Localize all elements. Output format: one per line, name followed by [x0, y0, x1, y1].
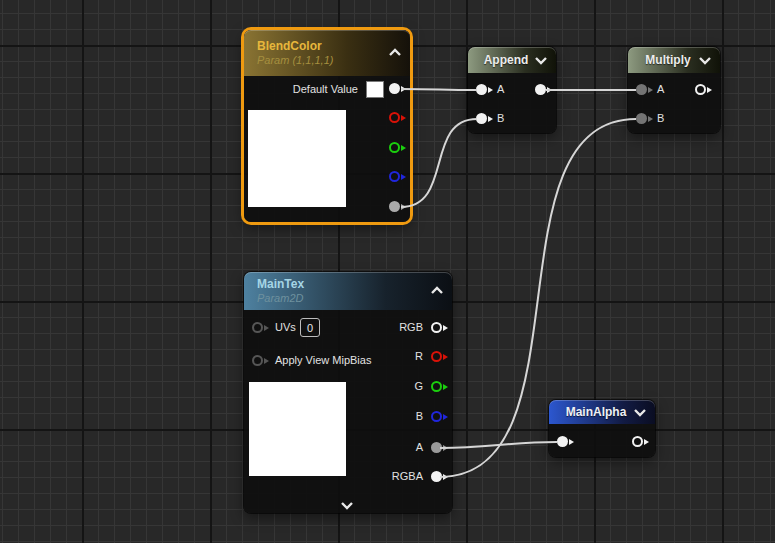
pin-input-b[interactable] [636, 113, 653, 124]
pin-output[interactable] [632, 436, 649, 447]
node-maintex[interactable]: MainTex Param2D UVs 0 Apply View MipBias… [244, 272, 452, 513]
pin-label-a: A [416, 441, 423, 453]
node-title: Multiply [638, 53, 698, 68]
collapse-chevron-up-icon[interactable] [388, 48, 402, 58]
pin-output-r[interactable] [431, 351, 448, 362]
pin-input-uvs[interactable] [252, 322, 269, 333]
pin-output-rgba[interactable] [431, 471, 448, 482]
node-maintex-header[interactable]: MainTex Param2D [244, 272, 452, 310]
pin-input[interactable] [557, 436, 574, 447]
pin-output-g[interactable] [389, 142, 406, 153]
pin-output[interactable] [535, 84, 552, 95]
pin-output-b[interactable] [389, 171, 406, 182]
pin-label-a: A [497, 83, 504, 95]
pin-input-a[interactable] [476, 84, 493, 95]
node-title: MainAlpha [559, 405, 633, 420]
color-preview [248, 110, 346, 207]
pin-output-a[interactable] [389, 201, 406, 212]
node-mainalpha[interactable]: MainAlpha [549, 400, 655, 457]
pin-output-b[interactable] [431, 411, 448, 422]
dropdown-chevron-icon[interactable] [633, 407, 647, 417]
mipbias-label: Apply View MipBias [275, 354, 371, 366]
node-blendcolor[interactable]: BlendColor Param (1,1,1,1) Default Value [244, 30, 410, 222]
node-append[interactable]: Append A B [468, 47, 556, 133]
dropdown-chevron-icon[interactable] [698, 55, 712, 65]
texture-preview [249, 382, 346, 476]
pin-label-a: A [657, 83, 664, 95]
pin-output-rgba[interactable] [389, 83, 406, 94]
pin-label-b: B [497, 112, 504, 124]
collapse-chevron-up-icon[interactable] [430, 286, 444, 296]
expand-chevron-down-icon[interactable] [340, 496, 354, 514]
dropdown-chevron-icon[interactable] [534, 55, 548, 65]
pin-input-a[interactable] [636, 84, 653, 95]
default-value-label: Default Value [293, 83, 358, 95]
uvs-value-box[interactable]: 0 [300, 318, 320, 337]
node-append-header[interactable]: Append [468, 47, 556, 73]
node-multiply-header[interactable]: Multiply [628, 47, 720, 73]
material-graph-canvas[interactable]: BlendColor Param (1,1,1,1) Default Value… [0, 0, 775, 543]
pin-input-mipbias[interactable] [252, 355, 269, 366]
pin-output[interactable] [695, 84, 712, 95]
node-subtitle: Param2D [257, 292, 430, 306]
node-title: MainTex [257, 277, 430, 292]
pin-input-b[interactable] [476, 113, 493, 124]
pin-label-rgba: RGBA [392, 470, 423, 482]
pin-label-r: R [415, 350, 423, 362]
pin-label-rgb: RGB [399, 321, 423, 333]
uvs-label: UVs [275, 321, 296, 333]
pin-label-b: B [416, 410, 423, 422]
pin-output-rgb[interactable] [431, 322, 448, 333]
node-blendcolor-header[interactable]: BlendColor Param (1,1,1,1) [244, 30, 410, 76]
node-subtitle: Param (1,1,1,1) [257, 54, 388, 68]
pin-label-b: B [657, 112, 664, 124]
pin-output-a[interactable] [431, 442, 448, 453]
node-title: BlendColor [257, 39, 388, 54]
node-multiply[interactable]: Multiply A B [628, 47, 720, 133]
default-value-row: Default Value [244, 79, 384, 99]
node-title: Append [478, 53, 534, 68]
pin-output-r[interactable] [389, 112, 406, 123]
pin-label-g: G [414, 380, 423, 392]
default-value-color-swatch[interactable] [366, 81, 384, 98]
node-mainalpha-header[interactable]: MainAlpha [549, 400, 655, 424]
pin-output-g[interactable] [431, 381, 448, 392]
